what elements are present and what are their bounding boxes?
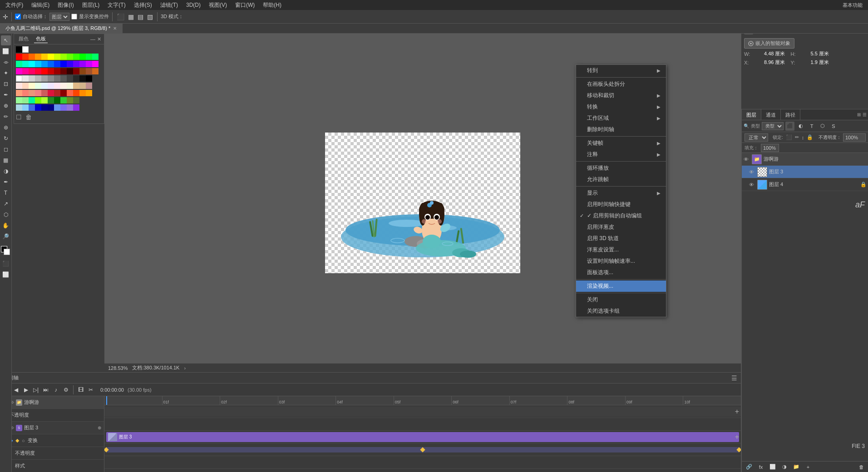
- align-btn-3[interactable]: ▤: [137, 13, 144, 20]
- tool-heal[interactable]: ⊕: [1, 101, 11, 111]
- tl-lock-layer3[interactable]: ⊕: [98, 425, 101, 430]
- delete-layer-btn[interactable]: 🗑: [857, 463, 866, 471]
- ctx-panel-options[interactable]: 面板选项...: [576, 267, 666, 278]
- filter-text-btn[interactable]: T: [807, 122, 816, 131]
- layer-vis-3[interactable]: 👁: [749, 169, 755, 175]
- layers-panel-menu[interactable]: ☰: [863, 112, 867, 117]
- filter-pixel-btn[interactable]: ⬛: [785, 122, 794, 131]
- tl-next-frame[interactable]: ▷|: [32, 386, 40, 394]
- layer-vis-group[interactable]: 👁: [744, 157, 750, 162]
- tool-magic-wand[interactable]: ✦: [1, 68, 11, 78]
- align-btn-2[interactable]: ▦: [127, 13, 135, 20]
- ctx-onion-settings[interactable]: 洋葱皮设置...: [576, 244, 666, 256]
- tool-selection[interactable]: ⬜: [1, 46, 11, 56]
- swatch-tab[interactable]: 色板: [34, 35, 48, 43]
- canvas-container[interactable]: [325, 133, 520, 273]
- lock-all[interactable]: 🔒: [807, 134, 813, 140]
- menu-file[interactable]: 文件(F): [2, 0, 27, 10]
- tl-split[interactable]: ✂: [87, 386, 95, 394]
- tool-screen-mode[interactable]: ⬜: [1, 270, 11, 280]
- tl-layer3-bar[interactable]: 图层 3: [106, 432, 739, 442]
- tl-add-layer3[interactable]: +: [735, 433, 739, 441]
- ctx-close[interactable]: 关闭: [576, 294, 666, 305]
- tool-mask[interactable]: ⬛: [1, 259, 11, 269]
- smart-obj-btn[interactable]: 嵌入的智能对象: [744, 38, 794, 49]
- ctx-close-tab-group[interactable]: 关闭选项卡组: [576, 305, 666, 317]
- tool-zoom[interactable]: 🔎: [1, 231, 11, 241]
- ctx-skip-frame[interactable]: 允许跳帧: [576, 174, 666, 185]
- ctx-auto-group[interactable]: ✓ ✓ 启用剪辑的自动编组: [576, 210, 666, 221]
- tl-add-group[interactable]: +: [735, 408, 739, 416]
- menu-select[interactable]: 选择(S): [130, 0, 156, 10]
- layers-tab-channels[interactable]: 通道: [761, 109, 781, 120]
- menu-filter[interactable]: 滤镜(T): [157, 0, 182, 10]
- menu-3d[interactable]: 3D(D): [182, 1, 204, 9]
- tool-brush[interactable]: ✏: [1, 112, 11, 122]
- menu-layer[interactable]: 图层(L): [79, 0, 104, 10]
- lock-paint[interactable]: ✏: [795, 134, 799, 140]
- menu-view[interactable]: 视图(V): [205, 0, 231, 10]
- show-transform-checkbox[interactable]: [71, 14, 77, 20]
- foreground-background-colors[interactable]: [1, 246, 11, 256]
- ctx-keyframe[interactable]: 关键帧 ▶: [576, 138, 666, 149]
- ctx-comment[interactable]: 注释 ▶: [576, 149, 666, 160]
- auto-select-checkbox[interactable]: [15, 14, 21, 20]
- tl-audio[interactable]: ♪: [52, 386, 60, 394]
- tab-close-btn[interactable]: ✕: [113, 26, 117, 31]
- arrow-indicator[interactable]: ›: [184, 365, 186, 371]
- tool-eraser[interactable]: ◻: [1, 144, 11, 154]
- tool-dodge[interactable]: ◑: [1, 166, 11, 176]
- new-group-btn[interactable]: 📁: [792, 463, 801, 471]
- new-layer-btn[interactable]: +: [804, 463, 813, 471]
- timeline-right[interactable]: 01f 02f 03f 04f 05f 06f 07f 08f 09f 10f: [104, 396, 741, 472]
- tool-path-select[interactable]: ↗: [1, 199, 11, 209]
- tool-shape[interactable]: ⬡: [1, 210, 11, 220]
- color-tab[interactable]: 颜色: [17, 35, 30, 43]
- swatch-black[interactable]: [16, 46, 22, 53]
- align-btn-4[interactable]: ▧: [146, 13, 154, 20]
- lock-artboard[interactable]: ↕: [802, 135, 804, 140]
- timeline-collapse-icon[interactable]: ☰: [731, 374, 737, 382]
- layer-item-group[interactable]: 👁 📁 游啊游: [742, 153, 868, 166]
- add-style-btn[interactable]: fx: [756, 463, 765, 471]
- fill-input[interactable]: [761, 144, 779, 152]
- menu-text[interactable]: 文字(T): [104, 0, 129, 10]
- file-tab[interactable]: 小鱼儿两二维码.psd @ 129% (图层 3, RGB/8) * ✕: [0, 24, 123, 33]
- tl-add-media[interactable]: 🎞: [77, 386, 85, 394]
- tool-lasso[interactable]: ⌯: [1, 57, 11, 67]
- menu-image[interactable]: 图像(I): [54, 0, 77, 10]
- delete-swatch-icon[interactable]: 🗑: [25, 113, 32, 121]
- ctx-goto[interactable]: 转到 ▶: [576, 65, 666, 76]
- link-layers-btn[interactable]: 🔗: [745, 463, 754, 471]
- layers-panel-expand[interactable]: ⊞: [857, 112, 861, 117]
- menu-window[interactable]: 窗口(W): [232, 0, 258, 10]
- tl-goto-end[interactable]: ⏭: [42, 386, 50, 394]
- menu-help[interactable]: 帮助(H): [259, 0, 285, 10]
- ctx-move-crop[interactable]: 移动和裁切 ▶: [576, 90, 666, 101]
- auto-select-dropdown[interactable]: 图层: [49, 13, 69, 21]
- ctx-onion[interactable]: 启用洋葱皮: [576, 221, 666, 233]
- tool-hand[interactable]: ✋: [1, 221, 11, 231]
- ctx-fps-settings[interactable]: 设置时间轴帧速率...: [576, 256, 666, 267]
- tool-gradient[interactable]: ▦: [1, 155, 11, 165]
- ctx-delete-timeline[interactable]: 删除时间轴: [576, 124, 666, 135]
- filter-adjust-btn[interactable]: ◐: [796, 122, 805, 131]
- ctx-loop[interactable]: 循环播放: [576, 162, 666, 174]
- tl-settings[interactable]: ⚙: [62, 386, 70, 394]
- add-mask-btn[interactable]: ⬜: [768, 463, 777, 471]
- ctx-render-video[interactable]: 渲染视频...: [576, 280, 666, 292]
- swatch-white[interactable]: [22, 46, 29, 53]
- tool-clone[interactable]: ⊛: [1, 123, 11, 133]
- layer-vis-4[interactable]: 👁: [749, 182, 755, 187]
- ctx-display[interactable]: 显示 ▶: [576, 187, 666, 199]
- filter-smart-btn[interactable]: S: [829, 122, 838, 131]
- ctx-3d-track[interactable]: 启用 3D 轨道: [576, 233, 666, 244]
- layers-tab-layers[interactable]: 图层: [742, 109, 761, 120]
- layers-tab-paths[interactable]: 路径: [781, 109, 800, 120]
- tool-crop[interactable]: ⊡: [1, 79, 11, 89]
- align-btn-1[interactable]: ⬛: [116, 13, 125, 20]
- layer-item-4[interactable]: 👁 图层 4 🔒: [742, 178, 868, 191]
- tool-pen[interactable]: ✒: [1, 177, 11, 187]
- tool-history-brush[interactable]: ↻: [1, 133, 11, 143]
- filter-shape-btn[interactable]: ⬡: [818, 122, 827, 131]
